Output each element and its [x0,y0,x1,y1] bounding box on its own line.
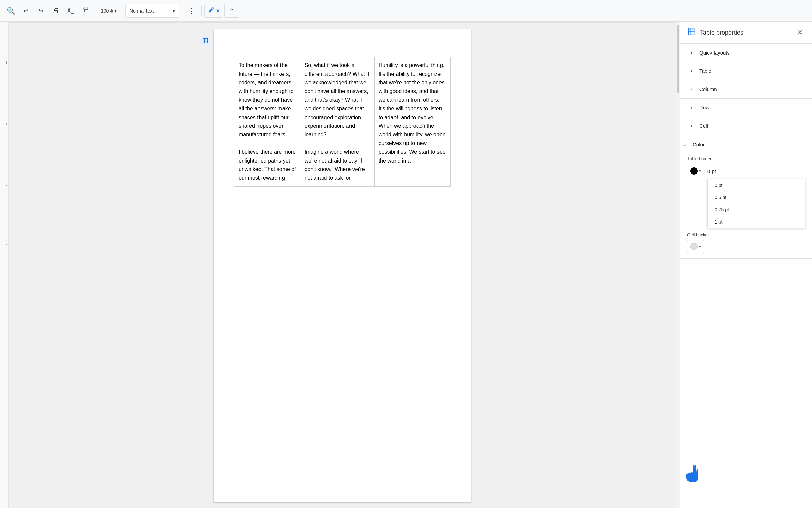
spellcheck-icon: A̲ [67,7,74,14]
divider-4 [201,6,202,16]
ruler-tick-col2 [201,22,201,22]
table-cell-1-1[interactable]: To the makers of the future — the thinke… [234,57,300,187]
divider-2 [122,6,122,16]
cell-1-2-para-1: So, what if we took a different approach… [304,61,370,139]
ruler-mark-2: 2 [5,122,7,125]
pt-option-075[interactable]: 0.75 pt [708,204,805,216]
border-pt-value: 0 pt [707,168,716,174]
side-ruler: 1 2 3 4 [0,22,9,508]
quick-layouts-section: › Quick layouts [680,44,812,62]
format-paint-icon [82,6,89,15]
pen-chevron-icon: ▾ [216,7,219,15]
column-label: Column [699,86,717,92]
pt-option-0[interactable]: 0 pt [708,179,805,191]
zoom-value: 100% [101,8,113,14]
color-dropdown-arrow: ▾ [699,169,701,173]
print-icon: 🖨 [53,7,59,14]
content-area[interactable]: 1 2 3 4 [9,22,676,508]
cell-row[interactable]: › Cell [680,117,812,135]
table-properties-panel: Table properties ✕ › Quick layouts › Tab… [680,22,812,508]
redo-button[interactable]: ↪ [34,4,48,18]
ruler-tick-col1 [151,22,151,22]
color-label: Color [693,142,705,147]
table-chevron-icon: › [687,67,695,75]
cell-color-dropdown-arrow: ▾ [699,244,701,249]
document-scroll-area: 1 2 3 4 1 2 3 4 [0,22,680,508]
cell-bg-color-swatch [690,243,698,250]
style-value: Normal text [130,8,154,14]
scrollbar-thumb[interactable] [677,25,679,93]
cell-chevron-icon: › [687,122,695,129]
pen-icon [208,6,215,15]
table-row-props[interactable]: › Table [680,62,812,80]
format-paint-button[interactable] [79,4,92,18]
print-button[interactable]: 🖨 [49,4,63,18]
table-outline-handle[interactable] [200,36,211,47]
ruler-mark-4: 4 [5,244,7,247]
panel-header: Table properties ✕ [680,22,812,44]
close-icon: ✕ [797,28,803,37]
row-section: › Row [680,99,812,117]
ruler-mark-3: 3 [5,183,7,186]
toolbar: 🔍 ↩ ↪ 🖨 A̲ 100% ▾ Normal text ▾ ⋮ [0,0,812,22]
more-options-button[interactable]: ⋮ [185,4,199,18]
zoom-chevron-icon: ▾ [114,8,117,14]
document-page: To the makers of the future — the thinke… [214,29,471,502]
more-dots-icon: ⋮ [188,7,195,15]
collapse-button[interactable] [224,4,239,18]
top-ruler: 1 2 3 4 [9,22,676,23]
color-chevron-icon: ⌄ [680,141,689,148]
row-label: Row [699,105,709,110]
divider-1 [95,6,95,16]
main-area: 1 2 3 4 1 2 3 4 [0,22,812,508]
table-cell-1-2[interactable]: So, what if we took a different approach… [300,57,374,187]
border-color-swatch [690,167,698,175]
quick-layouts-row[interactable]: › Quick layouts [680,44,812,62]
cell-section: › Cell [680,117,812,135]
border-controls: ▾ 0 pt [687,165,805,177]
scrollbar[interactable] [676,22,680,508]
spellcheck-button[interactable]: A̲ [64,4,77,18]
panel-title: Table properties [700,29,790,36]
cell-1-1-para-2: I believe there are more enlightened pat… [239,148,296,182]
cell-1-2-para-2: Imagine a world where we're not afraid t… [304,148,370,182]
up-arrow-icon [228,6,235,15]
pt-option-05[interactable]: 0.5 pt [708,191,805,204]
cell-1-3-para-1: Humility is a powerful thing. It's the a… [379,61,446,165]
table-outline-icon [202,37,209,46]
undo-icon: ↩ [24,7,29,15]
cell-bg-label: Cell backgr [687,232,805,237]
row-row[interactable]: › Row [680,99,812,117]
color-section-content: Table border ▾ 0 pt 0 pt 0.5 pt 0.75 pt … [680,156,812,258]
table-label: Table [699,68,712,74]
ruler-mark-1: 1 [5,61,7,64]
style-chevron-icon: ▾ [173,8,175,14]
zoom-selector[interactable]: 100% ▾ [98,7,119,15]
svg-rect-0 [84,9,85,12]
row-chevron-icon: › [687,104,695,111]
border-color-button[interactable]: ▾ [687,165,704,177]
color-section: ⌄ Color Table border ▾ 0 pt 0 pt 0.5 pt … [680,135,812,259]
cell-1-1-para-1: To the makers of the future — the thinke… [239,61,296,139]
column-row[interactable]: › Column [680,80,812,98]
table-properties-icon [687,27,696,38]
panel-close-button[interactable]: ✕ [794,27,805,38]
pen-button[interactable]: ▾ [204,4,223,18]
redo-icon: ↪ [39,7,44,15]
pt-option-1[interactable]: 1 pt [708,216,805,228]
color-header-row[interactable]: ⌄ Color [680,135,812,153]
document-table: To the makers of the future — the thinke… [234,57,451,187]
pt-dropdown: 0 pt 0.5 pt 0.75 pt 1 pt [707,179,805,228]
search-button[interactable]: 🔍 [4,4,18,18]
divider-3 [182,6,182,16]
cell-label: Cell [699,123,708,129]
border-label: Table border [687,156,805,161]
table-cell-1-3[interactable]: Humility is a powerful thing. It's the a… [374,57,450,187]
svg-rect-1 [688,28,695,35]
undo-button[interactable]: ↩ [19,4,33,18]
style-selector[interactable]: Normal text ▾ [125,4,179,18]
quick-layouts-chevron-icon: › [687,49,695,56]
cell-bg-color-button[interactable]: ▾ [687,240,704,253]
search-icon: 🔍 [7,7,15,15]
table-section: › Table [680,62,812,80]
